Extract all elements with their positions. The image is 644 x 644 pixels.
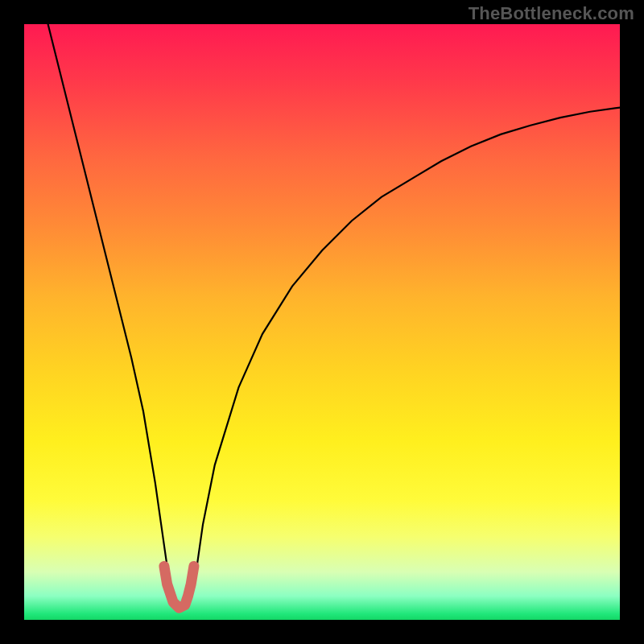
optimum-marker — [164, 566, 194, 608]
bottleneck-curve — [48, 24, 620, 608]
watermark-text: TheBottleneck.com — [469, 3, 634, 24]
chart-frame: TheBottleneck.com — [0, 0, 644, 644]
plot-area — [24, 24, 620, 620]
curve-layer — [24, 24, 620, 620]
